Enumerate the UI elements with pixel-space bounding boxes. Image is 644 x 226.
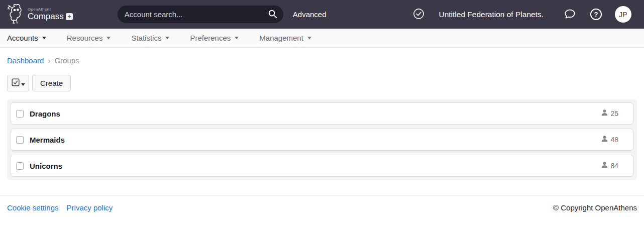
- create-group-button[interactable]: Create: [32, 75, 71, 91]
- breadcrumb-separator-icon: ›: [48, 56, 50, 65]
- cookie-settings-link[interactable]: Cookie settings: [7, 203, 59, 212]
- group-member-count-group: 84: [601, 161, 618, 171]
- group-name: Mermaids: [30, 136, 65, 144]
- help-button[interactable]: ?: [590, 9, 602, 20]
- breadcrumb-current: Groups: [54, 56, 79, 65]
- nav-item-preferences[interactable]: Preferences: [190, 34, 239, 42]
- group-checkbox[interactable]: [16, 162, 24, 170]
- header-right-group: Untitled Federation of Planets. ? JP: [413, 6, 631, 23]
- logo-text: OpenAthens Compass +: [28, 8, 73, 21]
- search-button[interactable]: [268, 9, 277, 20]
- group-name: Unicorns: [30, 162, 62, 170]
- group-row-dragons[interactable]: Dragons 25: [11, 102, 633, 125]
- nav-item-label: Management: [259, 34, 303, 42]
- bulk-select-dropdown-button[interactable]: [7, 75, 29, 91]
- nav-item-label: Resources: [67, 34, 103, 42]
- nav-item-resources[interactable]: Resources: [67, 34, 111, 42]
- checkbox-checked-icon: [12, 78, 20, 88]
- person-icon: [601, 135, 608, 145]
- logo-brand-large: Compass: [28, 12, 64, 22]
- caret-down-icon: [165, 37, 169, 39]
- group-member-count-group: 48: [601, 135, 618, 145]
- breadcrumb-dashboard-link[interactable]: Dashboard: [7, 56, 44, 65]
- federation-name: Untitled Federation of Planets.: [439, 10, 544, 19]
- nav-item-label: Statistics: [131, 34, 161, 42]
- person-icon: [601, 109, 608, 119]
- group-checkbox[interactable]: [16, 136, 24, 144]
- group-member-count-group: 25: [601, 109, 618, 119]
- check-circle-icon: [413, 8, 424, 21]
- group-member-count: 48: [610, 136, 618, 144]
- caret-down-icon: [307, 37, 311, 39]
- groups-list-panel: Dragons 25 Mermaids 48 Unico: [7, 99, 637, 180]
- group-member-count: 84: [610, 162, 618, 170]
- group-checkbox[interactable]: [16, 110, 24, 118]
- main-nav: Accounts Resources Statistics Preference…: [0, 29, 644, 48]
- chat-icon: [564, 8, 576, 22]
- caret-down-icon: [235, 37, 239, 39]
- group-name: Dragons: [30, 109, 60, 118]
- chat-button[interactable]: [564, 8, 576, 22]
- account-search-box: [118, 6, 283, 23]
- nav-item-accounts[interactable]: Accounts: [7, 34, 46, 42]
- breadcrumb: Dashboard › Groups: [7, 56, 637, 65]
- privacy-policy-link[interactable]: Privacy policy: [67, 203, 113, 212]
- advanced-search-link[interactable]: Advanced: [293, 10, 327, 19]
- person-icon: [601, 161, 608, 171]
- groups-toolbar: Create: [7, 75, 637, 91]
- openathens-compass-logo[interactable]: OpenAthens Compass +: [7, 3, 73, 26]
- group-row-unicorns[interactable]: Unicorns 84: [11, 155, 633, 177]
- group-row-mermaids[interactable]: Mermaids 48: [11, 129, 633, 151]
- caret-down-icon: [21, 79, 25, 87]
- nav-item-management[interactable]: Management: [259, 34, 311, 42]
- nav-item-label: Preferences: [190, 34, 231, 42]
- user-avatar[interactable]: JP: [615, 6, 631, 23]
- group-member-count: 25: [610, 109, 618, 118]
- nav-item-statistics[interactable]: Statistics: [131, 34, 169, 42]
- help-icon: ?: [590, 9, 602, 20]
- status-check-button[interactable]: [413, 8, 424, 21]
- search-icon: [268, 9, 277, 20]
- plus-badge-icon: +: [66, 13, 73, 20]
- account-search-input[interactable]: [125, 10, 268, 19]
- caret-down-icon: [42, 37, 46, 39]
- owl-logo-icon: [7, 3, 25, 26]
- footer: Cookie settings Privacy policy © Copyrig…: [0, 196, 644, 219]
- caret-down-icon: [106, 37, 111, 39]
- copyright-text: © Copyright OpenAthens: [553, 203, 637, 212]
- top-header: OpenAthens Compass + Advanced: [0, 0, 644, 29]
- nav-item-label: Accounts: [7, 34, 38, 42]
